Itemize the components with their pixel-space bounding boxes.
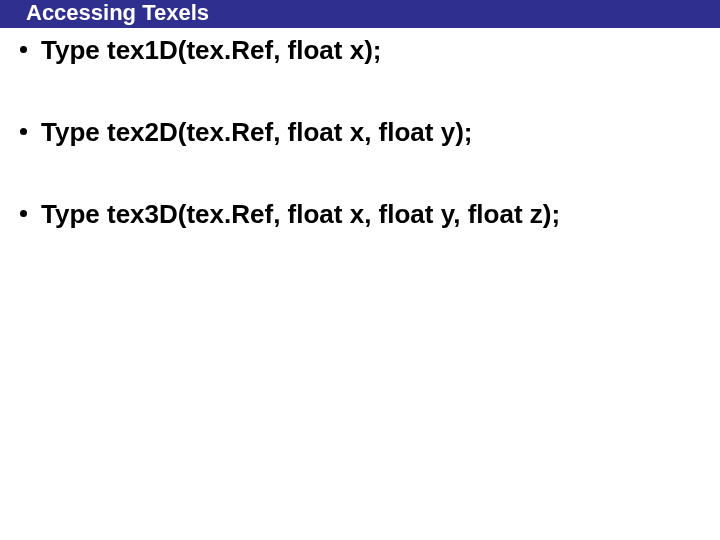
bullet-dot-icon bbox=[20, 210, 27, 217]
bullet-item: Type tex3D(tex.Ref, float x, float y, fl… bbox=[20, 198, 700, 230]
bullet-text: Type tex2D(tex.Ref, float x, float y); bbox=[41, 116, 473, 148]
bullet-item: Type tex1D(tex.Ref, float x); bbox=[20, 34, 700, 66]
bullet-item: Type tex2D(tex.Ref, float x, float y); bbox=[20, 116, 700, 148]
slide: Accessing Texels Type tex1D(tex.Ref, flo… bbox=[0, 0, 720, 540]
bullet-dot-icon bbox=[20, 46, 27, 53]
bullet-dot-icon bbox=[20, 128, 27, 135]
bullet-text: Type tex1D(tex.Ref, float x); bbox=[41, 34, 381, 66]
slide-title: Accessing Texels bbox=[0, 0, 720, 28]
bullet-text: Type tex3D(tex.Ref, float x, float y, fl… bbox=[41, 198, 560, 230]
slide-content: Type tex1D(tex.Ref, float x); Type tex2D… bbox=[0, 28, 720, 230]
